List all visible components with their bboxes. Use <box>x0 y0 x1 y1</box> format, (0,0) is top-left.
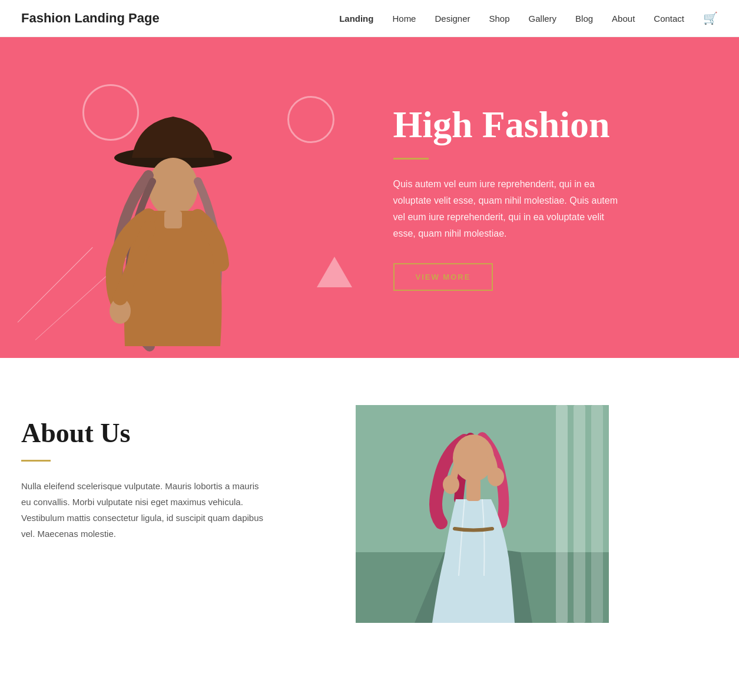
svg-point-1 <box>148 158 198 217</box>
nav-item-designer[interactable]: Designer <box>435 14 470 24</box>
nav-item-gallery[interactable]: Gallery <box>529 14 557 24</box>
nav-item-shop[interactable]: Shop <box>489 14 510 24</box>
about-heading: About Us <box>21 417 332 449</box>
hero-content: High Fashion Quis autem vel eum iure rep… <box>370 37 740 358</box>
cart-icon[interactable]: 🛒 <box>703 11 718 25</box>
svg-rect-7 <box>574 405 585 623</box>
nav-item-about[interactable]: About <box>612 14 635 24</box>
svg-rect-3 <box>164 211 182 228</box>
site-header: Fashion Landing Page Landing Home Design… <box>0 0 739 37</box>
nav-item-blog[interactable]: Blog <box>575 14 593 24</box>
about-divider <box>21 460 51 462</box>
nav-item-contact[interactable]: Contact <box>654 14 684 24</box>
site-title: Fashion Landing Page <box>21 11 160 26</box>
svg-rect-8 <box>591 405 603 623</box>
hero-woman-svg <box>61 64 285 358</box>
main-nav: Landing Home Designer Shop Gallery Blog … <box>339 11 718 25</box>
svg-rect-12 <box>466 479 480 501</box>
hero-divider <box>393 158 429 160</box>
about-woman-svg <box>356 405 609 623</box>
hero-image-area <box>0 37 370 358</box>
nav-item-home[interactable]: Home <box>392 14 416 24</box>
svg-point-11 <box>488 467 504 486</box>
hero-section: High Fashion Quis autem vel eum iure rep… <box>0 37 739 358</box>
about-body-text: Nulla eleifend scelerisque vulputate. Ma… <box>21 478 269 542</box>
nav-item-landing[interactable]: Landing <box>339 14 373 24</box>
about-image-wrapper <box>356 405 609 623</box>
svg-rect-6 <box>556 405 568 623</box>
view-more-button[interactable]: VIEW MORE <box>393 263 493 291</box>
about-section: About Us Nulla eleifend scelerisque vulp… <box>0 358 739 658</box>
about-fashion-image <box>356 405 609 623</box>
hero-woman-figure <box>61 64 309 358</box>
about-text-area: About Us Nulla eleifend scelerisque vulp… <box>21 405 356 542</box>
hero-body-text: Quis autem vel eum iure reprehenderit, q… <box>393 176 629 242</box>
deco-triangle <box>317 257 352 287</box>
hero-heading: High Fashion <box>393 104 704 145</box>
about-image-area <box>356 405 718 623</box>
svg-point-10 <box>443 475 459 494</box>
